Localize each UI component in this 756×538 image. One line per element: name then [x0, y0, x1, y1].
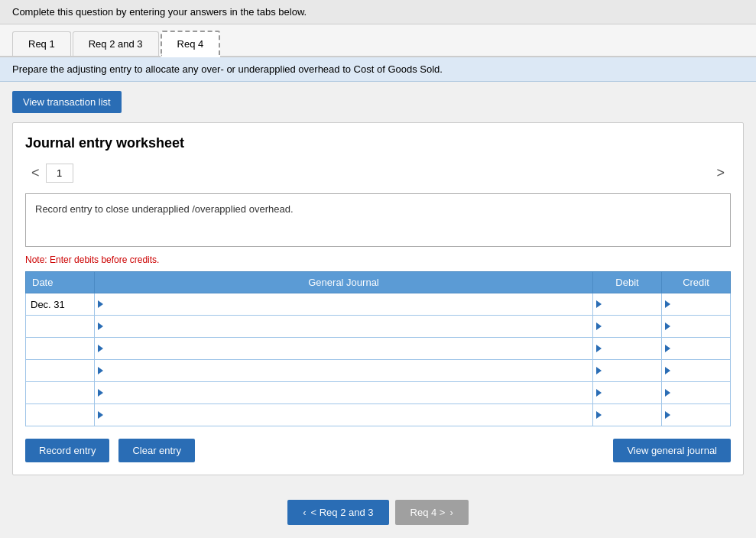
triangle-icon-4 [98, 367, 103, 374]
table-row [26, 360, 731, 382]
triangle-icon-credit-5 [665, 389, 670, 397]
date-cell-2 [26, 316, 95, 338]
bottom-nav: ‹ < Req 2 and 3 Req 4 > › [0, 488, 756, 537]
worksheet-title: Journal entry worksheet [25, 135, 731, 151]
bottom-next-button[interactable]: Req 4 > › [395, 500, 469, 525]
col-header-date: Date [26, 272, 95, 293]
next-arrow-icon: › [449, 507, 453, 518]
table-row [26, 382, 731, 404]
col-header-credit: Credit [662, 272, 731, 293]
credit-cell-5[interactable] [662, 382, 731, 404]
debit-input-6[interactable] [605, 404, 658, 426]
bottom-next-label: Req 4 > [410, 507, 446, 518]
record-entry-button[interactable]: Record entry [25, 439, 109, 462]
triangle-icon-debit-6 [596, 411, 602, 419]
debit-cell-5[interactable] [593, 382, 662, 404]
triangle-icon-credit-6 [665, 411, 670, 419]
tabs-row: Req 1 Req 2 and 3 Req 4 [0, 24, 756, 57]
actions-row: Record entry Clear entry View general jo… [25, 439, 731, 462]
date-cell-3 [26, 338, 95, 360]
page-number: 1 [46, 164, 73, 183]
date-cell-1: Dec. 31 [26, 293, 95, 316]
table-row [26, 316, 731, 338]
note-text: Note: Enter debits before credits. [25, 254, 731, 265]
general-journal-cell-6[interactable] [95, 404, 593, 426]
triangle-icon-debit-2 [596, 322, 602, 330]
triangle-icon-6 [98, 411, 103, 419]
credit-input-4[interactable] [673, 360, 727, 381]
general-journal-input-1[interactable] [106, 293, 589, 315]
instruction-bar: Prepare the adjusting entry to allocate … [0, 57, 756, 82]
triangle-icon-2 [98, 322, 103, 330]
credit-input-5[interactable] [673, 382, 727, 404]
debit-input-3[interactable] [605, 338, 658, 359]
tab-req2and3[interactable]: Req 2 and 3 [73, 31, 159, 56]
general-journal-cell-2[interactable] [95, 316, 593, 338]
top-banner: Complete this question by entering your … [0, 0, 756, 24]
credit-input-2[interactable] [673, 316, 727, 337]
nav-prev-arrow[interactable]: < [25, 162, 46, 184]
debit-input-2[interactable] [605, 316, 658, 337]
triangle-icon-debit-3 [596, 345, 602, 352]
table-row [26, 338, 731, 360]
triangle-icon-3 [98, 345, 103, 352]
general-journal-input-4[interactable] [106, 360, 589, 381]
general-journal-input-2[interactable] [106, 316, 589, 337]
debit-cell-2[interactable] [593, 316, 662, 338]
triangle-icon-debit-4 [596, 367, 602, 374]
credit-input-3[interactable] [673, 338, 727, 359]
credit-cell-3[interactable] [662, 338, 731, 360]
tab-req4[interactable]: Req 4 [161, 31, 221, 57]
triangle-icon-debit-1 [596, 300, 602, 308]
credit-cell-2[interactable] [662, 316, 731, 338]
journal-entry-worksheet: Journal entry worksheet < 1 > Record ent… [12, 122, 744, 475]
entry-description-box: Record entry to close underapplied /over… [25, 193, 731, 247]
triangle-icon-credit-1 [665, 300, 670, 308]
triangle-icon-credit-3 [665, 345, 670, 352]
credit-input-6[interactable] [673, 404, 727, 426]
table-row [26, 404, 731, 426]
debit-input-1[interactable] [605, 293, 658, 315]
general-journal-input-5[interactable] [106, 382, 589, 404]
debit-cell-3[interactable] [593, 338, 662, 360]
triangle-icon-1 [98, 300, 103, 308]
credit-input-1[interactable] [673, 293, 727, 315]
credit-cell-1[interactable] [662, 293, 731, 316]
table-row: Dec. 31 [26, 293, 731, 316]
triangle-icon-credit-2 [665, 322, 670, 330]
debit-cell-6[interactable] [593, 404, 662, 426]
general-journal-cell-3[interactable] [95, 338, 593, 360]
date-cell-4 [26, 360, 95, 382]
date-cell-6 [26, 404, 95, 426]
instruction-text: Prepare the adjusting entry to allocate … [12, 63, 443, 75]
journal-table: Date General Journal Debit Credit Dec. 3… [25, 271, 731, 426]
worksheet-nav-row: < 1 > [25, 162, 731, 184]
general-journal-input-6[interactable] [106, 404, 589, 426]
triangle-icon-credit-4 [665, 367, 670, 374]
debit-cell-4[interactable] [593, 360, 662, 382]
debit-input-5[interactable] [605, 382, 658, 404]
banner-text: Complete this question by entering your … [12, 6, 307, 18]
clear-entry-button[interactable]: Clear entry [118, 439, 195, 462]
general-journal-cell-1[interactable] [95, 293, 593, 316]
general-journal-cell-4[interactable] [95, 360, 593, 382]
triangle-icon-debit-5 [596, 389, 602, 397]
general-journal-cell-5[interactable] [95, 382, 593, 404]
view-general-journal-button[interactable]: View general journal [613, 439, 731, 462]
entry-description-text: Record entry to close underapplied /over… [35, 203, 294, 215]
debit-input-4[interactable] [605, 360, 658, 381]
general-journal-input-3[interactable] [106, 338, 589, 359]
date-cell-5 [26, 382, 95, 404]
bottom-prev-label: < Req 2 and 3 [311, 507, 374, 518]
credit-cell-4[interactable] [662, 360, 731, 382]
debit-cell-1[interactable] [593, 293, 662, 316]
tab-req1[interactable]: Req 1 [12, 31, 71, 56]
view-transaction-list-button[interactable]: View transaction list [12, 91, 122, 113]
triangle-icon-5 [98, 389, 103, 397]
nav-next-arrow[interactable]: > [710, 162, 731, 184]
bottom-prev-button[interactable]: ‹ < Req 2 and 3 [287, 500, 388, 525]
prev-arrow-icon: ‹ [303, 507, 306, 518]
credit-cell-6[interactable] [662, 404, 731, 426]
col-header-general-journal: General Journal [95, 272, 593, 293]
col-header-debit: Debit [593, 272, 662, 293]
